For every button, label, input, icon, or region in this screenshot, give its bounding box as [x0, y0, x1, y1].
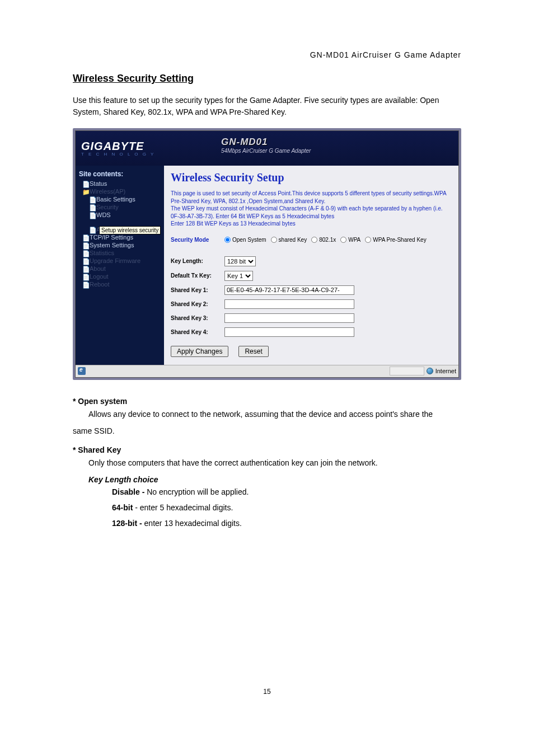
key-length-128bit: 128-bit - enter 13 hexadecimal digits. — [112, 515, 461, 531]
status-zone-text: Internet — [435, 368, 456, 374]
page-number: 15 — [73, 688, 461, 696]
doc-icon: 📄 — [89, 227, 95, 232]
sidebar-item-statistics[interactable]: 📄Statistics — [82, 250, 161, 256]
doc-icon: 📄 — [82, 181, 88, 186]
folder-icon: 📁 — [82, 189, 88, 194]
key-length-disable: Disable - No encryption will be applied. — [112, 484, 461, 500]
screenshot-container: GIGABYTE T E C H N O L O G Y GN-MD01 54M… — [73, 128, 461, 380]
product-name: GN-MD01 — [221, 137, 311, 148]
intro-paragraph: Use this feature to set up the security … — [73, 95, 461, 118]
status-cell — [390, 367, 424, 375]
globe-icon — [427, 368, 433, 374]
brand-logo-subtext: T E C H N O L O G Y — [81, 152, 155, 157]
sidebar-item-system-settings[interactable]: 📄System Settings — [82, 242, 161, 248]
doc-icon: 📄 — [82, 274, 88, 279]
doc-icon: 📄 — [82, 250, 88, 256]
panel-title: Wireless Security Setup — [171, 171, 452, 184]
shared-key-2-label: Shared Key 2: — [171, 301, 224, 307]
sidebar-item-wds[interactable]: 📄WDS — [89, 212, 161, 218]
default-tx-key-select[interactable]: Key 1 — [224, 271, 253, 281]
sidebar-item-logout[interactable]: 📄Logout — [82, 273, 161, 280]
shared-key-1-label: Shared Key 1: — [171, 287, 224, 293]
radio-input-wpapsk[interactable] — [365, 237, 371, 243]
radio-input-wpa[interactable] — [340, 237, 346, 243]
key-length-label: Key Length: — [171, 258, 224, 264]
key-length-select[interactable]: 128 bit — [224, 256, 256, 266]
radio-8021x[interactable]: 802.1x — [311, 237, 336, 243]
apply-changes-button[interactable]: Apply Changes — [171, 346, 228, 357]
shared-key-heading: * Shared Key — [73, 445, 461, 454]
doc-icon: 📄 — [89, 212, 95, 218]
radio-input-open[interactable] — [224, 237, 231, 243]
doc-icon: 📄 — [82, 266, 88, 271]
radio-input-shared[interactable] — [271, 237, 277, 243]
sidebar-item-basic-settings[interactable]: 📄Basic Settings — [89, 196, 161, 203]
key-length-64bit: 64-bit - enter 5 hexadecimal digits. — [112, 500, 461, 515]
radio-wpa-psk[interactable]: WPA Pre-Shared Key — [365, 237, 426, 243]
shared-key-4-input[interactable] — [224, 327, 354, 337]
radio-open-system[interactable]: Open System — [224, 237, 266, 243]
radio-shared-key[interactable]: shared Key — [271, 237, 307, 243]
content-pane: Wireless Security Setup This page is use… — [164, 166, 458, 365]
doc-icon: 📄 — [82, 281, 88, 287]
doc-icon: 📄 — [89, 204, 95, 210]
product-tagline: 54Mbps AirCruiser G Game Adapter — [221, 148, 311, 154]
ie-icon — [78, 367, 86, 375]
sidebar-item-security[interactable]: 📄Security — [89, 204, 161, 210]
sidebar-item-about[interactable]: 📄About — [82, 265, 161, 272]
default-tx-key-label: Default Tx Key: — [171, 273, 224, 279]
sidebar-item-tcpip[interactable]: 📄TCP/IP Settings — [82, 234, 161, 241]
sidebar-item-upgrade[interactable]: 📄Upgrade Firmware — [82, 257, 161, 264]
open-system-body-line1: Allows any device to connect to the netw… — [88, 406, 461, 423]
shared-key-4-label: Shared Key 4: — [171, 329, 224, 335]
sidebar-item-reboot[interactable]: 📄Reboot — [82, 281, 161, 288]
open-system-body-line2: same SSID. — [73, 422, 461, 440]
shared-key-3-input[interactable] — [224, 313, 354, 323]
doc-icon: 📄 — [82, 242, 88, 248]
sidebar-item-status[interactable]: 📄Status — [82, 180, 161, 187]
brand-logo-text: GIGABYTE — [81, 140, 155, 153]
shared-key-3-label: Shared Key 3: — [171, 315, 224, 321]
shared-key-2-input[interactable] — [224, 299, 354, 309]
shared-key-body: Only those computers that have the corre… — [88, 454, 461, 472]
reset-button[interactable]: Reset — [238, 346, 268, 357]
router-header-banner: GIGABYTE T E C H N O L O G Y GN-MD01 54M… — [76, 131, 458, 166]
key-length-choice-heading: Key Length choice — [88, 475, 461, 484]
sidebar-nav: Site contents: 📄Status 📁Wireless(AP) 📄Ba… — [76, 166, 164, 365]
section-title: Wireless Security Setting — [73, 73, 461, 84]
sidebar-heading: Site contents: — [79, 170, 161, 178]
radio-input-8021x[interactable] — [311, 237, 317, 243]
security-mode-radio-group: Open System shared Key 802.1x WPA WPA Pr… — [224, 237, 427, 243]
page-header-product: GN-MD01 AirCruiser G Game Adapter — [73, 50, 461, 59]
tooltip: Setup wireless security — [99, 226, 161, 234]
security-mode-label: Security Mode — [171, 237, 224, 243]
panel-description: This page is used to set security of Acc… — [171, 190, 452, 228]
open-system-heading: * Open system — [73, 397, 461, 406]
browser-status-bar: Internet — [76, 365, 458, 377]
doc-icon: 📄 — [82, 258, 88, 264]
radio-wpa[interactable]: WPA — [340, 237, 360, 243]
doc-icon: 📄 — [82, 234, 88, 240]
doc-icon: 📄 — [89, 196, 95, 202]
shared-key-1-input[interactable] — [224, 285, 354, 295]
sidebar-item-wireless[interactable]: 📁Wireless(AP) — [82, 188, 161, 195]
